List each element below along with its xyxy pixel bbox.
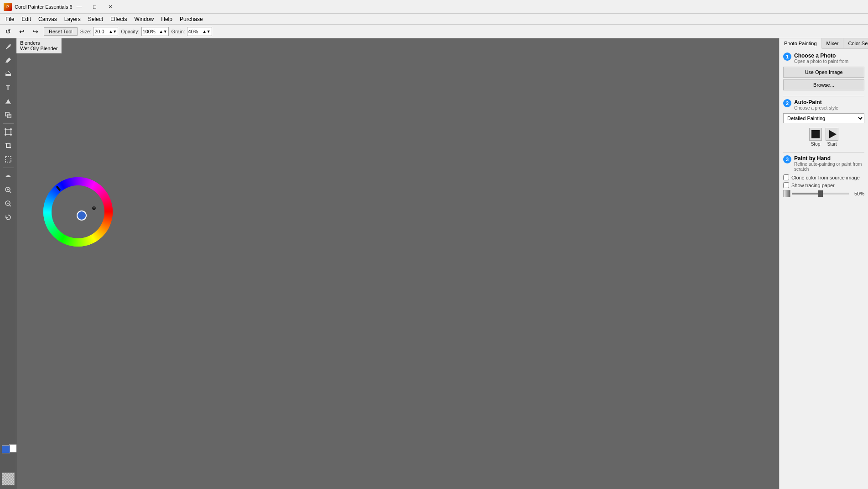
stop-icon (811, 130, 820, 138)
auto-paint-title: Auto-Paint (794, 99, 838, 105)
tab-color-set[interactable]: Color Set (843, 38, 868, 48)
smear-tool[interactable] (2, 170, 15, 183)
magnify-zoom-out[interactable] (2, 197, 15, 210)
right-panel-tabs: Photo Painting Mixer Color Set (780, 38, 868, 49)
title-bar: P Corel Painter Essentials 6 — □ ✕ (0, 0, 868, 14)
auto-paint-header: 2 Auto-Paint Choose a preset style (783, 99, 864, 110)
foreground-color-swatch[interactable] (2, 445, 10, 453)
tracing-opacity-row: 50% (783, 190, 864, 197)
opacity-slider[interactable] (792, 193, 849, 195)
tool-separator-1 (3, 123, 14, 124)
start-action[interactable]: Start (826, 128, 838, 147)
paint-by-hand-header: 3 Paint by Hand Refine auto-painting or … (783, 155, 864, 172)
paint-bucket-tool[interactable] (2, 95, 15, 108)
paint-by-hand-subtitle: Refine auto-painting or paint from scrat… (794, 162, 864, 172)
selection-tool[interactable] (2, 153, 15, 166)
minimize-button[interactable]: — (73, 2, 86, 11)
color-swatches-area (2, 445, 15, 485)
magnify-zoom-in[interactable] (2, 184, 15, 196)
canvas-area[interactable]: Blenders Wet Oily Blender (16, 38, 779, 489)
preset-style-dropdown[interactable]: Detailed Painting (783, 113, 864, 123)
undo-button[interactable]: ↩ (16, 26, 27, 37)
tab-mixer[interactable]: Mixer (822, 38, 844, 48)
grain-spinner[interactable]: ▲▼ (203, 29, 211, 34)
svg-point-6 (5, 128, 6, 130)
reset-tool-button[interactable]: Reset Tool (44, 27, 78, 36)
swatch-container (2, 445, 15, 458)
eraser-tool[interactable] (2, 68, 15, 80)
transform-tool[interactable] (2, 126, 15, 138)
menu-select[interactable]: Select (84, 15, 107, 23)
paper-texture-swatch[interactable] (2, 473, 15, 485)
menu-bar: File Edit Canvas Layers Select Effects W… (0, 14, 868, 25)
menu-help[interactable]: Help (157, 15, 176, 23)
crop-tool[interactable] (2, 139, 15, 152)
menu-layers[interactable]: Layers (61, 15, 84, 23)
background-color-swatch[interactable] (9, 444, 17, 452)
stop-action[interactable]: Stop (809, 128, 822, 147)
maximize-button[interactable]: □ (88, 2, 102, 11)
opacity-percent: 50% (851, 191, 864, 196)
show-tracing-label: Show tracing paper (791, 183, 835, 188)
auto-paint-title-group: Auto-Paint Choose a preset style (794, 99, 838, 110)
stop-label: Stop (811, 142, 821, 147)
browse-button[interactable]: Browse... (783, 79, 864, 90)
play-icon (829, 130, 837, 138)
text-tool[interactable]: T (2, 81, 15, 94)
start-label: Start (827, 142, 837, 147)
start-button-icon[interactable] (826, 128, 838, 141)
paint-by-hand-title-group: Paint by Hand Refine auto-painting or pa… (794, 155, 864, 172)
size-group: Size: 20.0 ▲▼ (80, 27, 118, 36)
svg-line-12 (10, 191, 11, 193)
svg-rect-2 (5, 103, 11, 104)
main-area: T (0, 38, 868, 489)
menu-file[interactable]: File (2, 15, 18, 23)
size-value: 20.0 (94, 29, 109, 34)
show-tracing-checkbox[interactable] (783, 182, 789, 188)
use-open-image-button[interactable]: Use Open Image (783, 67, 864, 78)
color-wheel-container[interactable] (42, 175, 114, 249)
choose-photo-title-group: Choose a Photo Open a photo to paint fro… (794, 53, 848, 64)
undo-rotate-button[interactable]: ↺ (3, 26, 14, 37)
divider-2 (783, 152, 864, 152)
clone-tool[interactable] (2, 109, 15, 121)
stop-start-buttons: Stop Start (783, 128, 864, 147)
tool-separator-2 (3, 168, 14, 168)
color-wheel-canvas[interactable] (42, 175, 114, 248)
section-number-3: 3 (783, 155, 791, 163)
svg-point-7 (10, 128, 12, 130)
choose-photo-header: 1 Choose a Photo Open a photo to paint f… (783, 53, 864, 64)
right-panel-content: 1 Choose a Photo Open a photo to paint f… (780, 49, 868, 489)
paint-brush-tool[interactable] (2, 40, 15, 53)
rotate-canvas-tool[interactable] (2, 211, 15, 224)
svg-line-16 (10, 205, 11, 206)
grain-value: 40% (188, 29, 203, 34)
close-button[interactable]: ✕ (104, 2, 117, 11)
opacity-spinner[interactable]: ▲▼ (159, 29, 167, 34)
opacity-slider-container (792, 193, 849, 195)
stop-button-icon[interactable] (809, 128, 822, 141)
tab-photo-painting[interactable]: Photo Painting (780, 38, 822, 49)
opacity-label: Opacity: (121, 29, 139, 34)
dropper-tool[interactable] (2, 54, 15, 67)
menu-canvas[interactable]: Canvas (35, 15, 61, 23)
menu-effects[interactable]: Effects (107, 15, 130, 23)
tool-options-bar: ↺ ↩ ↪ Reset Tool Size: 20.0 ▲▼ Opacity: … (0, 25, 868, 38)
left-toolbar: T (0, 38, 16, 489)
svg-rect-10 (5, 157, 11, 162)
paint-by-hand-section: 3 Paint by Hand Refine auto-painting or … (783, 155, 864, 197)
choose-photo-title: Choose a Photo (794, 53, 848, 59)
size-spinner[interactable]: ▲▼ (109, 29, 117, 34)
section-number-2: 2 (783, 99, 791, 107)
window-controls: — □ ✕ (73, 2, 117, 11)
menu-edit[interactable]: Edit (18, 15, 35, 23)
clone-color-checkbox[interactable] (783, 174, 789, 180)
menu-window[interactable]: Window (131, 15, 158, 23)
brush-selector-panel[interactable]: Blenders Wet Oily Blender (16, 38, 62, 53)
menu-purchase[interactable]: Purchase (176, 15, 207, 23)
section-number-1: 1 (783, 53, 791, 61)
svg-rect-5 (5, 129, 11, 135)
grain-group: Grain: 40% ▲▼ (172, 27, 212, 36)
redo-button[interactable]: ↪ (30, 26, 41, 37)
clone-color-label: Clone color from source image (791, 175, 860, 180)
